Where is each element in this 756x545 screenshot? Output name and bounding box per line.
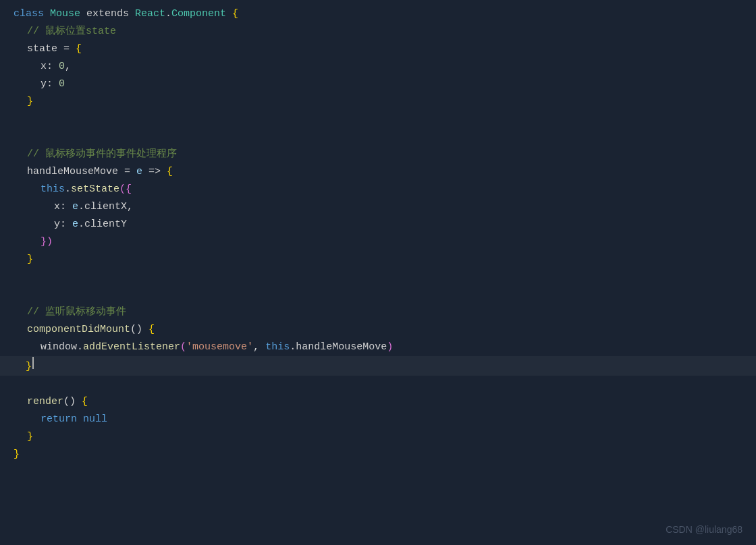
- code-line: [0, 286, 756, 304]
- code-line: [0, 376, 756, 393]
- code-line: // 鼠标移动事件的事件处理程序: [0, 146, 756, 163]
- code-line: }: [0, 251, 756, 268]
- code-line: }: [0, 93, 756, 111]
- code-line: // 鼠标位置state: [0, 23, 756, 40]
- code-line: // 监听鼠标移动事件: [0, 304, 756, 321]
- code-line: x: 0,: [0, 58, 756, 76]
- code-line: [0, 268, 756, 286]
- code-line: y: e.clientY: [0, 216, 756, 233]
- code-line: class Mouse extends React.Component {: [0, 5, 756, 23]
- code-line: componentDidMount() {: [0, 321, 756, 339]
- code-line: }: [0, 428, 756, 446]
- watermark: CSDN @liulang68: [666, 522, 742, 537]
- code-line: state = {: [0, 40, 756, 58]
- code-line: }): [0, 233, 756, 251]
- code-line: [0, 128, 756, 146]
- code-line: this.setState({: [0, 181, 756, 198]
- code-line: [0, 111, 756, 128]
- code-line: }: [0, 446, 756, 463]
- code-line: }: [0, 356, 756, 376]
- code-line: window.addEventListener('mousemove', thi…: [0, 339, 756, 356]
- code-line: render() {: [0, 393, 756, 411]
- code-line: y: 0: [0, 76, 756, 93]
- code-line: handleMouseMove = e => {: [0, 163, 756, 181]
- code-editor: class Mouse extends React.Component { //…: [0, 0, 756, 545]
- code-line: return null: [0, 411, 756, 428]
- code-line: x: e.clientX,: [0, 198, 756, 216]
